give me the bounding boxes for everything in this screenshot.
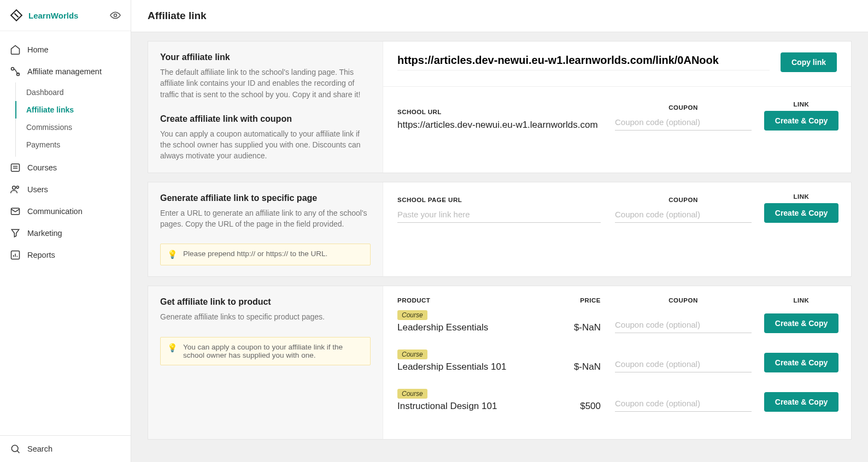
product-header: PRODUCT	[397, 297, 543, 304]
nav-communication[interactable]: Communication	[0, 200, 131, 222]
create-copy-button[interactable]: Create & Copy	[764, 111, 838, 131]
sidebar-nav: Home Affiliate management Dashboard Affi…	[0, 31, 131, 435]
svg-line-1	[14, 13, 18, 17]
page-title: Affiliate link	[148, 10, 852, 22]
subnav-commissions[interactable]: Commissions	[15, 119, 131, 136]
product-badge: Course	[397, 350, 427, 359]
product-price: $-NaN	[557, 362, 601, 372]
subnav-payments[interactable]: Payments	[15, 136, 131, 153]
create-copy-button[interactable]: Create & Copy	[764, 313, 838, 333]
svg-point-15	[11, 445, 18, 452]
nav-reports[interactable]: Reports	[0, 244, 131, 266]
nav-courses[interactable]: Courses	[0, 157, 131, 179]
card-specific-page: Generate affiliate link to specific page…	[148, 182, 852, 277]
affiliate-icon	[10, 66, 21, 77]
subnav-dashboard[interactable]: Dashboard	[15, 84, 131, 101]
school-url-value: https://articles.dev-newui.eu-w1.learnwo…	[397, 119, 601, 131]
create-copy-button[interactable]: Create & Copy	[764, 203, 838, 223]
nav-marketing[interactable]: Marketing	[0, 222, 131, 244]
svg-point-2	[114, 14, 117, 17]
svg-point-3	[11, 68, 14, 70]
svg-point-9	[16, 186, 19, 188]
nav-label: Users	[27, 185, 48, 194]
sidebar: LearnWorlds Home Affiliate management Da…	[0, 0, 131, 462]
section-desc: The default affiliate link to the school…	[160, 67, 371, 100]
tip-box: 💡 Please prepend http:// or https:// to …	[160, 244, 371, 265]
nav-label: Courses	[27, 163, 57, 172]
lightbulb-icon: 💡	[167, 250, 178, 259]
subnav-affiliate-links[interactable]: Affiliate links	[15, 101, 131, 119]
main: Affiliate link Your affiliate link The d…	[131, 0, 868, 462]
tip-text: You can apply a coupon to your affiliate…	[183, 343, 363, 359]
sidebar-header: LearnWorlds	[0, 0, 131, 31]
link-header: LINK	[794, 297, 810, 304]
mail-icon	[10, 206, 21, 217]
coupon-input[interactable]	[615, 206, 752, 223]
school-url-label: SCHOOL URL	[397, 109, 601, 115]
coupon-header: COUPON	[615, 297, 752, 304]
tip-box: 💡 You can apply a coupon to your affilia…	[160, 337, 371, 365]
section-title: Your affiliate link	[160, 52, 371, 62]
section-title: Get affiliate link to product	[160, 297, 371, 307]
section-desc: Enter a URL to generate an affiliate lin…	[160, 208, 371, 230]
card-affiliate-link: Your affiliate link The default affiliat…	[148, 41, 852, 173]
lightbulb-icon: 💡	[167, 343, 178, 353]
link-label: LINK	[794, 101, 810, 108]
nav-label: Reports	[27, 251, 55, 259]
page-url-label: SCHOOL PAGE URL	[397, 197, 601, 203]
tip-text: Please prepend http:// or https:// to th…	[183, 250, 327, 258]
product-row: Course Instructional Design 101 $500 Cre…	[397, 389, 837, 412]
nav-label: Marketing	[27, 229, 62, 238]
coupon-label: COUPON	[615, 104, 752, 111]
coupon-input[interactable]	[615, 395, 752, 412]
nav-affiliate-management[interactable]: Affiliate management	[0, 61, 131, 82]
page-url-input[interactable]	[397, 206, 601, 223]
sidebar-search[interactable]: Search	[0, 435, 131, 462]
users-icon	[10, 184, 21, 195]
section-title: Generate affiliate link to specific page	[160, 193, 371, 203]
product-name: Instructional Design 101	[397, 401, 543, 412]
copy-link-button[interactable]: Copy link	[781, 52, 837, 72]
coupon-input[interactable]	[615, 114, 752, 131]
nav-label: Communication	[27, 207, 83, 216]
card-left: Get affiliate link to product Generate a…	[148, 286, 383, 439]
section-title: Create affiliate link with coupon	[160, 114, 371, 124]
coupon-input[interactable]	[615, 317, 752, 333]
affiliate-link-value: https://articles.dev-newui.eu-w1.learnwo…	[397, 54, 770, 70]
svg-rect-5	[11, 164, 20, 171]
affiliate-subnav: Dashboard Affiliate links Commissions Pa…	[15, 82, 131, 157]
search-icon	[10, 443, 21, 454]
price-header: PRICE	[557, 297, 601, 304]
divider	[383, 86, 851, 87]
product-price: $500	[557, 401, 601, 412]
nav-home[interactable]: Home	[0, 39, 131, 61]
svg-line-16	[17, 451, 19, 453]
coupon-input[interactable]	[615, 356, 752, 372]
reports-icon	[10, 250, 21, 260]
card-left: Generate affiliate link to specific page…	[148, 182, 383, 277]
link-label: LINK	[794, 193, 810, 200]
page-header: Affiliate link	[131, 0, 868, 32]
logo-icon	[10, 9, 23, 22]
brand-name[interactable]: LearnWorlds	[28, 11, 78, 20]
funnel-icon	[10, 228, 21, 239]
product-price: $-NaN	[557, 322, 601, 333]
content: Your affiliate link The default affiliat…	[131, 32, 868, 462]
nav-users[interactable]: Users	[0, 179, 131, 200]
coupon-label: COUPON	[615, 197, 752, 203]
product-badge: Course	[397, 389, 427, 399]
card-left: Your affiliate link The default affiliat…	[148, 42, 383, 173]
product-row: Course Leadership Essentials 101 $-NaN C…	[397, 350, 837, 372]
home-icon	[10, 44, 21, 55]
preview-eye-icon[interactable]	[110, 10, 121, 21]
svg-point-8	[13, 186, 16, 189]
product-row: Course Leadership Essentials $-NaN Creat…	[397, 310, 837, 333]
create-copy-button[interactable]: Create & Copy	[764, 353, 838, 372]
product-name: Leadership Essentials	[397, 322, 543, 333]
card-right: https://articles.dev-newui.eu-w1.learnwo…	[383, 42, 851, 173]
card-right: PRODUCT PRICE COUPON LINK Course Leaders…	[383, 286, 851, 439]
product-name: Leadership Essentials 101	[397, 362, 543, 372]
section-desc: You can apply a coupon automatically to …	[160, 128, 371, 162]
nav-label: Search	[27, 445, 52, 453]
create-copy-button[interactable]: Create & Copy	[764, 392, 838, 412]
